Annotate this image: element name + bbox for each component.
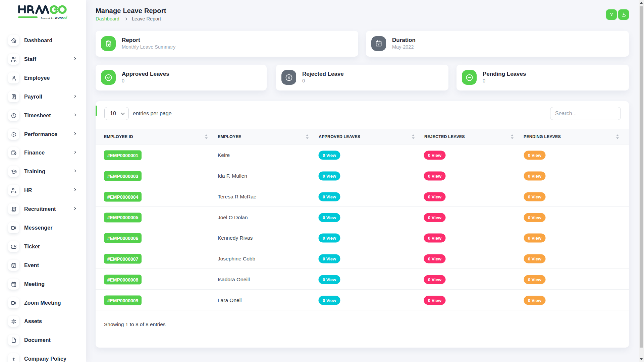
svg-text:DO: DO — [63, 16, 67, 19]
svg-text:Powered By: Powered By — [41, 17, 54, 19]
